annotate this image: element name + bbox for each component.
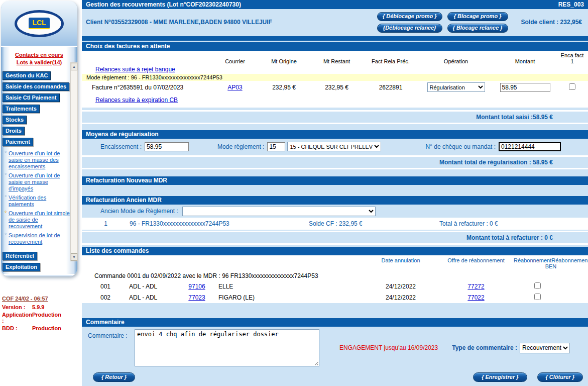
sidebar-item-traitements[interactable]: Traitements [3,105,40,113]
section-regularisation-header: Moyens de régularisation [82,130,588,139]
mode-reglement-row: Mode règlement : 96 - FR1330xxxxxxxxxxxx… [82,74,588,81]
reabonnement-checkbox[interactable] [534,282,541,289]
operation-select[interactable]: Régularisation [427,82,485,92]
application-label: Application : [2,312,32,324]
factures-table-area: Courrier Mt Origine Mt Restant Fact Rela… [82,51,588,108]
sidebar-alert-links: Contacts en cours Lots à valider(14) [1,47,77,68]
page-title: Gestion des recouvrements (Lot n°COF2023… [86,1,241,8]
section-commentaire-header: Commentaire [82,318,588,327]
sidebar-item-gestion-du-kac[interactable]: Gestion du KAC [3,71,51,80]
col-operation: Opération [418,51,494,65]
section-commandes-header: Liste des commandes [82,247,588,255]
mode-reglement-input[interactable] [267,142,285,151]
mode-reglement-select[interactable]: 15 - CHEQUE SUR CLT PRELEVE [287,142,381,151]
sidebar-item-paiement[interactable]: Paiement [3,138,33,146]
col-fact-rela: Fact Rela Préc. [363,51,418,65]
version-label: Version : [2,304,32,310]
encaissement-input[interactable] [145,142,189,151]
sidebar-panel: LCL Contacts en cours Lots à valider(14)… [1,1,77,276]
montant-input[interactable] [500,83,550,92]
fact-rela-value: 2622891 [363,81,418,93]
logo-area: LCL [1,1,77,47]
ancien-row-mdr: 96 - FR1330xxxxxxxxxxxxxx7244P53 [130,220,309,227]
reabonnement-checkbox[interactable] [534,294,541,300]
type-commentaire-label: Type de commentaire : [452,344,517,351]
sidebar-link-lot-masse-impayes[interactable]: Ouverture d'un lot de saisie en masse d'… [5,172,70,192]
col-courrier: Courrier [212,51,258,65]
sidebar-panel-bottom-cap [1,274,77,276]
commande-titre: ELLE [214,281,363,292]
sidebar-item-saisie-ctl-paiement[interactable]: Saisie Ctl Paiement [3,93,60,102]
montant-total-saisi-value: Montant total saisi :58.95 € [476,114,553,121]
bdd-row: BDD : Production [2,325,80,331]
ancien-mdr-values-row: 1 96 - FR1330xxxxxxxxxxxxxx7244P53 Solde… [82,218,588,230]
commande-group-row: Commande 0001 du 02/09/2022 avec le MDR … [82,270,588,281]
sidebar-nav-bottom: Référentiel Exploitation [1,249,77,271]
montant-total-refacturer: Montant total à refacturer : 0 € [82,231,588,245]
commande-date-annulation: 24/12/2022 [363,292,438,303]
sidebar-link-supervision-lot-recouvrement[interactable]: Supervision de lot de recouvrement [5,232,70,245]
col-date-annulation: Date annulation [363,255,438,270]
sidebar-item-referentiel[interactable]: Référentiel [3,252,37,260]
retour-button[interactable]: { Retour } [93,372,135,382]
sidebar-link-lot-simple-recouvrement[interactable]: Ouverture d'un lot simple de saisie de r… [5,210,70,230]
deblocage-promo-button[interactable]: { Déblocage promo } [377,12,442,21]
col-offre-reabonnement: Offre de réabonnement [438,255,514,270]
client-area: Client N°03552329008 - MME MARLENE,BADEN… [82,9,588,35]
type-commentaire-select[interactable]: Recouvrement [520,343,570,353]
footer-buttons: { Retour } { Enregistrer } { Clôturer } [82,372,588,382]
lots-a-valider-link[interactable]: Lots à valider(14) [2,59,76,66]
sidebar-scrollbar[interactable]: ▲ ▼ [70,62,78,261]
blocage-promo-button[interactable]: { Blocage promo } [447,12,508,21]
encaissement-label: Encaissement : [100,143,142,150]
scroll-up-icon[interactable]: ▲ [71,63,77,70]
titlebar: Gestion des recouvrements (Lot n°COF2023… [82,0,588,9]
separator-bar [82,36,588,41]
col-montant: Montant [494,51,556,65]
col-mt-restant: Mt Restant [310,51,363,65]
cloturer-button[interactable]: { Clôturer } [537,372,583,382]
ancien-mdr-row: Ancien Mode de Règlement : [82,205,588,218]
lcl-logo-text: LCL [29,18,49,29]
contacts-en-cours-link[interactable]: Contacts en cours [2,51,76,59]
version-value: 5.9.9 [32,304,44,310]
relances-expiration-cb-link[interactable]: Relances suite à expiration CB [95,96,178,104]
application-row: Application : Production [2,312,80,324]
sidebar-footer: COF 24/02 - 06:57 Version : 5.9.9 Applic… [2,296,80,333]
offre-reabonnement-link[interactable]: 77272 [467,283,484,290]
ancien-mdr-label: Ancien Mode de Règlement : [100,208,178,215]
lcl-logo-icon: LCL [15,10,64,37]
cof-link[interactable]: COF 24/02 - 06:57 [2,296,80,302]
section-factures-header: Choix des factures en attente [82,42,588,51]
sidebar: LCL Contacts en cours Lots à valider(14)… [0,0,82,386]
commande-code-link[interactable]: 97106 [188,283,205,290]
commande-titre: FIGARO (LE) [214,292,363,303]
relances-expiration-row: Relances suite à expiration CB [82,93,588,108]
scroll-down-icon[interactable]: ▼ [71,253,77,261]
client-info: Client N°03552329008 - MME MARLENE,BADEN… [86,19,377,26]
courrier-link[interactable]: AP03 [227,84,242,91]
deblocage-relance-button[interactable]: {Déblocage relance} [377,24,442,33]
montant-total-saisi: Montant total saisi :58.95 € [82,110,588,124]
sidebar-item-saisie-des-commandes[interactable]: Saisie des commandes [3,82,69,91]
sidebar-link-verification-paiements[interactable]: Vérification des paiements [5,195,70,208]
sidebar-item-droits[interactable]: Droits [3,127,25,135]
offre-reabonnement-link[interactable]: 77022 [467,294,484,301]
client-buttons: { Déblocage promo } { Blocage promo } {D… [377,12,508,33]
sidebar-link-lot-masse-encaissements[interactable]: Ouverture d'un lot de saisie en masse de… [5,150,70,170]
ancien-mdr-select[interactable] [182,207,376,216]
sidebar-item-exploitation[interactable]: Exploitation [3,263,40,271]
cheque-input[interactable] [499,142,561,151]
mode-reglement-text: Mode règlement : 96 - FR1330xxxxxxxxxxxx… [82,74,588,81]
sidebar-item-stocks[interactable]: Stocks [3,116,27,124]
blocage-relance-button[interactable]: { Blocage relance } [447,24,508,33]
solde-client: Solde client : 232,95€ [521,19,582,26]
sidebar-sublinks: Ouverture d'un lot de saisie en masse de… [1,149,77,249]
col-mt-origine: Mt Origine [258,51,310,65]
relances-rejet-banque-link[interactable]: Relances suite à rejet banque [95,66,175,73]
enregistrer-button[interactable]: { Enregistrer } [473,372,527,382]
commande-num: 002 [82,292,129,303]
commentaire-textarea[interactable]: envoi 4 chq afin de régulariser dossier [135,329,319,366]
commande-code-link[interactable]: 77023 [188,294,205,301]
enca-fact-checkbox[interactable] [569,83,575,90]
